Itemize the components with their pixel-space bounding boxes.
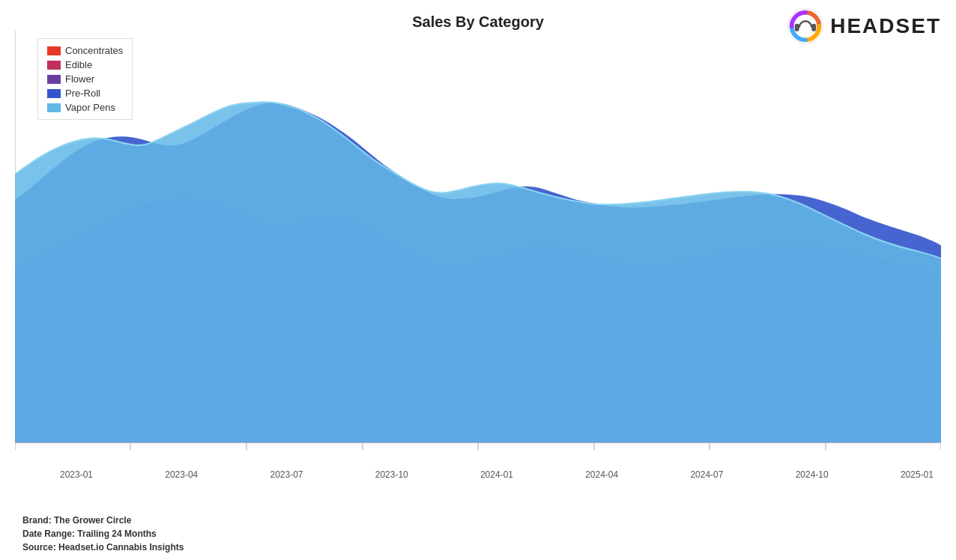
x-label-3: 2023-10 xyxy=(375,469,408,480)
footer-date-value: Trailing 24 Months xyxy=(77,529,156,539)
footer-source-value: Headset.io Cannabis Insights xyxy=(58,542,184,553)
legend-item-concentrates: Concentrates xyxy=(47,45,123,56)
legend-label-flower: Flower xyxy=(65,73,94,85)
chart-title: Sales By Category xyxy=(412,13,544,31)
chart-legend: Concentrates Edible Flower Pre-Roll Vapo… xyxy=(37,38,133,120)
footer-source: Source: Headset.io Cannabis Insights xyxy=(22,541,184,554)
x-label-8: 2025-01 xyxy=(901,469,934,480)
chart-footer: Brand: The Grower Circle Date Range: Tra… xyxy=(22,514,184,554)
footer-source-label: Source: xyxy=(22,542,56,553)
x-label-0: 2023-01 xyxy=(60,469,93,480)
x-label-2: 2023-07 xyxy=(270,469,303,480)
chart-svg-container xyxy=(15,31,941,457)
x-axis-labels: 2023-01 2023-04 2023-07 2023-10 2024-01 … xyxy=(15,469,941,480)
x-label-5: 2024-04 xyxy=(585,469,618,480)
legend-label-concentrates: Concentrates xyxy=(65,45,123,56)
footer-date-label: Date Range: xyxy=(22,529,75,539)
legend-color-vaporpens xyxy=(47,103,61,112)
legend-item-vaporpens: Vapor Pens xyxy=(47,102,123,113)
legend-color-concentrates xyxy=(47,46,61,55)
legend-label-edible: Edible xyxy=(65,59,92,70)
legend-color-edible xyxy=(47,61,61,70)
x-label-4: 2024-01 xyxy=(480,469,513,480)
footer-brand-label: Brand: xyxy=(22,515,52,526)
x-label-6: 2024-07 xyxy=(690,469,723,480)
legend-label-preroll: Pre-Roll xyxy=(65,88,100,99)
legend-item-edible: Edible xyxy=(47,59,123,70)
legend-color-flower xyxy=(47,75,61,84)
legend-label-vaporpens: Vapor Pens xyxy=(65,102,115,113)
legend-item-preroll: Pre-Roll xyxy=(47,88,123,99)
footer-brand-value: The Grower Circle xyxy=(54,515,131,526)
legend-item-flower: Flower xyxy=(47,73,123,85)
footer-brand: Brand: The Grower Circle xyxy=(22,514,184,527)
x-label-7: 2024-10 xyxy=(796,469,829,480)
chart-svg xyxy=(15,31,941,457)
chart-area: Concentrates Edible Flower Pre-Roll Vapo… xyxy=(15,31,941,495)
x-label-1: 2023-04 xyxy=(165,469,198,480)
page: Sales By Category HEADSET Co xyxy=(0,0,956,560)
chart-header: Sales By Category HEADSET xyxy=(0,0,956,31)
footer-daterange: Date Range: Trailing 24 Months xyxy=(22,527,184,541)
legend-color-preroll xyxy=(47,89,61,98)
